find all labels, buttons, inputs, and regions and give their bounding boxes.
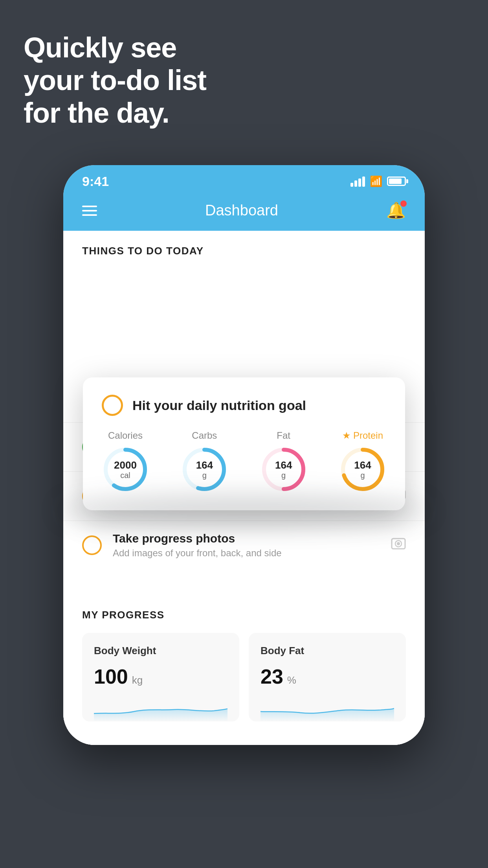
progress-section: MY PROGRESS Body Weight 100 kg: [63, 593, 425, 745]
body-weight-card[interactable]: Body Weight 100 kg: [82, 633, 239, 721]
card-title-row: Hit your daily nutrition goal: [102, 395, 386, 416]
floating-card-spacer: [63, 265, 425, 344]
body-fat-chart: [261, 698, 394, 721]
nutrition-circles: Calories 2000 cal Carbs: [102, 430, 386, 493]
star-icon: ★: [342, 430, 351, 441]
nutrition-card-title: Hit your daily nutrition goal: [132, 398, 306, 413]
progress-section-header: MY PROGRESS: [82, 609, 406, 621]
protein-circle: 164 g: [339, 446, 386, 493]
progress-cards: Body Weight 100 kg: [82, 633, 406, 721]
body-weight-value-row: 100 kg: [94, 665, 227, 688]
signal-bar-1: [350, 183, 353, 187]
carbs-circle: 164 g: [181, 446, 228, 493]
nutrition-check-circle[interactable]: [102, 395, 123, 416]
progress-photos-icon: [391, 536, 406, 555]
calories-label: Calories: [108, 430, 143, 441]
hero-line3: for the day.: [24, 97, 206, 129]
fat-circle: 164 g: [260, 446, 307, 493]
hamburger-menu-button[interactable]: [82, 206, 97, 216]
battery-icon: [387, 177, 406, 186]
todo-title-progress-photos: Take progress photos: [113, 532, 380, 545]
todo-check-progress-photos[interactable]: [82, 535, 102, 555]
todo-subtitle-progress-photos: Add images of your front, back, and side: [113, 548, 380, 559]
battery-fill: [389, 178, 402, 184]
things-to-do-header: THINGS TO DO TODAY: [63, 231, 425, 265]
todo-item-progress-photos[interactable]: Take progress photos Add images of your …: [63, 520, 425, 570]
signal-bars-icon: [350, 176, 365, 187]
signal-bar-3: [358, 178, 361, 187]
calories-circle: 2000 cal: [102, 446, 149, 493]
signal-bar-4: [362, 177, 365, 187]
nutrition-protein: ★Protein 164 g: [339, 430, 386, 493]
fat-label: Fat: [277, 430, 290, 441]
wifi-icon: 📶: [370, 175, 382, 188]
body-fat-value-row: 23 %: [261, 665, 394, 688]
app-header: Dashboard 🔔: [63, 193, 425, 231]
body-fat-unit: %: [287, 674, 296, 686]
body-fat-card[interactable]: Body Fat 23 %: [249, 633, 406, 721]
calories-value: 2000 cal: [114, 460, 137, 480]
carbs-value: 164 g: [196, 460, 213, 480]
card-shadow: [59, 495, 429, 526]
protein-value: 164 g: [354, 460, 371, 480]
body-fat-value: 23: [261, 665, 283, 688]
signal-bar-2: [354, 180, 357, 187]
todo-text-progress-photos: Take progress photos Add images of your …: [113, 532, 380, 559]
body-weight-chart: [94, 698, 227, 721]
dashboard-title: Dashboard: [205, 202, 278, 219]
fat-value: 164 g: [275, 460, 292, 480]
spacer-progress: [63, 570, 425, 593]
notification-bell-button[interactable]: 🔔: [386, 201, 406, 220]
body-weight-unit: kg: [132, 674, 143, 686]
svg-point-6: [397, 542, 400, 545]
status-bar: 9:41 📶: [63, 165, 425, 193]
nutrition-card: Hit your daily nutrition goal Calories 2…: [83, 377, 405, 510]
body-weight-value: 100: [94, 665, 128, 688]
nutrition-carbs: Carbs 164 g: [181, 430, 228, 493]
phone-wrapper: 9:41 📶 Dashboard: [63, 165, 425, 745]
hero-text: Quickly see your to-do list for the day.: [24, 31, 206, 129]
status-icons: 📶: [350, 175, 406, 188]
nutrition-calories: Calories 2000 cal: [102, 430, 149, 493]
body-weight-title: Body Weight: [94, 645, 227, 657]
notification-dot: [400, 200, 407, 207]
nutrition-fat: Fat 164 g: [260, 430, 307, 493]
status-time: 9:41: [82, 174, 109, 189]
body-fat-title: Body Fat: [261, 645, 394, 657]
carbs-label: Carbs: [192, 430, 217, 441]
hero-line1: Quickly see: [24, 31, 206, 64]
protein-label: ★Protein: [342, 430, 383, 441]
hero-line2: your to-do list: [24, 64, 206, 97]
